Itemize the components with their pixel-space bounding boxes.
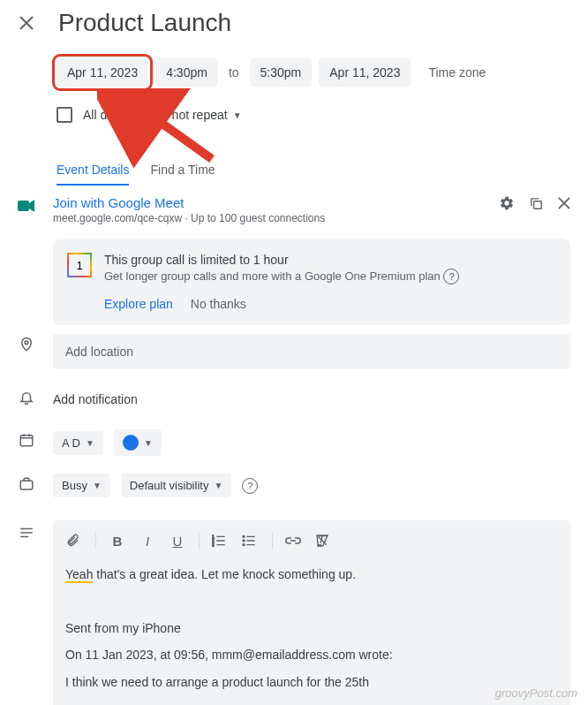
svg-rect-0 [18, 201, 29, 211]
chevron-down-icon: ▼ [86, 438, 94, 448]
event-title[interactable]: Product Launch [58, 9, 576, 37]
color-swatch [123, 435, 139, 451]
separator [272, 533, 273, 549]
event-color-select[interactable]: ▼ [114, 429, 162, 456]
tab-event-details[interactable]: Event Details [57, 155, 129, 186]
chevron-down-icon: ▼ [233, 110, 242, 120]
help-icon[interactable]: ? [242, 478, 258, 494]
availability-value: Busy [62, 479, 87, 492]
calendar-icon [18, 431, 35, 449]
clear-format-button[interactable] [315, 534, 333, 548]
end-time-field[interactable]: 5:30pm [250, 58, 313, 87]
add-notification-button[interactable]: Add notification [53, 387, 570, 412]
allday-checkbox[interactable] [57, 107, 72, 123]
numbered-list-button[interactable]: 123 [212, 534, 230, 547]
close-icon[interactable] [12, 9, 41, 37]
end-date-field[interactable]: Apr 11, 2023 [319, 58, 411, 87]
google-one-icon: 1 [67, 253, 92, 277]
availability-select[interactable]: Busy ▼ [53, 474, 110, 497]
svg-point-2 [25, 341, 28, 345]
meet-url-text: meet.google.com/qce-cqxw · Up to 100 gue… [53, 212, 481, 224]
visibility-value: Default visibility [130, 479, 209, 492]
separator [95, 533, 96, 549]
allday-label: All day [83, 108, 120, 122]
repeat-select[interactable]: Does not repeat ▼ [131, 102, 251, 127]
separator [199, 533, 200, 549]
join-meet-link[interactable]: Join with Google Meet [53, 195, 481, 210]
bullet-list-button[interactable] [242, 534, 260, 547]
svg-rect-1 [534, 201, 542, 208]
tab-find-a-time[interactable]: Find a Time [150, 155, 215, 186]
svg-text:3: 3 [212, 543, 215, 547]
svg-point-9 [243, 540, 245, 542]
bell-icon [18, 389, 35, 406]
svg-rect-3 [20, 436, 33, 446]
link-button[interactable] [285, 536, 303, 545]
underline-button[interactable]: U [169, 534, 186, 549]
copy-icon[interactable] [529, 196, 544, 211]
meet-icon [18, 197, 35, 215]
visibility-select[interactable]: Default visibility ▼ [121, 474, 232, 497]
timezone-link[interactable]: Time zone [418, 65, 486, 80]
briefcase-icon [18, 475, 35, 493]
calendar-owner-select[interactable]: A D ▼ [53, 431, 103, 455]
google-one-promo: 1 This group call is limited to 1 hour G… [53, 239, 570, 325]
svg-rect-4 [20, 481, 33, 489]
promo-subtitle: Get longer group calls and more with a G… [104, 269, 459, 284]
watermark: groovyPost.com [495, 686, 577, 700]
description-text[interactable]: Yeah that's a great idea. Let me knock s… [65, 565, 558, 692]
no-thanks-button[interactable]: No thanks [191, 297, 246, 311]
chevron-down-icon: ▼ [144, 438, 153, 448]
explore-plan-button[interactable]: Explore plan [104, 297, 173, 311]
italic-button[interactable]: I [139, 534, 156, 549]
start-date-field[interactable]: Apr 11, 2023 [57, 58, 148, 87]
location-input[interactable]: Add location [53, 334, 570, 369]
description-icon [18, 524, 35, 542]
attach-icon[interactable] [65, 533, 83, 549]
repeat-value: Does not repeat [139, 108, 228, 122]
time-separator: to [225, 65, 243, 80]
svg-point-10 [243, 544, 245, 546]
calendar-owner-label: A D [62, 436, 80, 450]
location-icon [18, 336, 35, 353]
remove-meet-icon[interactable] [558, 197, 570, 209]
chevron-down-icon: ▼ [93, 481, 102, 490]
start-time-field[interactable]: 4:30pm [155, 58, 218, 87]
promo-title: This group call is limited to 1 hour [104, 253, 459, 267]
gear-icon[interactable] [499, 195, 515, 211]
help-icon[interactable]: ? [443, 269, 459, 284]
svg-point-8 [243, 535, 245, 537]
description-editor[interactable]: B I U 123 Yeah that's a great idea. Let … [53, 520, 570, 705]
bold-button[interactable]: B [109, 534, 126, 549]
chevron-down-icon: ▼ [214, 481, 222, 490]
